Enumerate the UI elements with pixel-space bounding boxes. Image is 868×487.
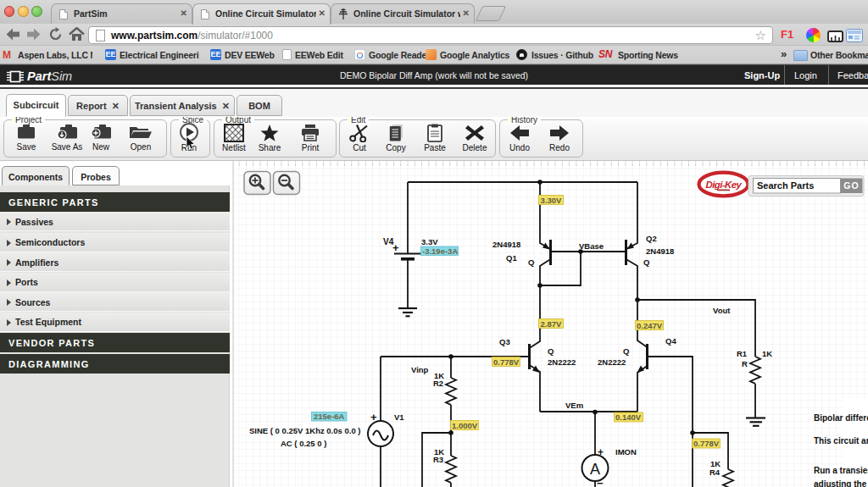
- svg-text:This circuit amplifies: This circuit amplifies: [814, 436, 868, 445]
- svg-text:0.778V: 0.778V: [693, 439, 720, 448]
- svg-text:R3: R3: [433, 455, 443, 464]
- svg-text:Q: Q: [643, 257, 649, 267]
- svg-text:0.778V: 0.778V: [493, 357, 520, 367]
- svg-text:Q: Q: [548, 346, 554, 356]
- svg-text:+: +: [598, 446, 604, 458]
- svg-text:VBase: VBase: [579, 241, 604, 251]
- svg-text:Bipolar differential amp: Bipolar differential amp: [814, 413, 868, 423]
- svg-text:IMON: IMON: [615, 447, 637, 457]
- svg-text:Q: Q: [528, 257, 534, 267]
- svg-text:2N4918: 2N4918: [646, 246, 674, 256]
- svg-text:Q3: Q3: [499, 337, 510, 346]
- svg-text:Search Parts: Search Parts: [757, 180, 814, 191]
- svg-text:1.000V: 1.000V: [452, 421, 478, 430]
- svg-text:R2: R2: [433, 379, 443, 388]
- svg-text:A: A: [590, 461, 600, 478]
- svg-text:2.87V: 2.87V: [541, 319, 562, 329]
- svg-text:Run a transient analysis: Run a transient analysis: [814, 466, 868, 475]
- svg-text:+: +: [392, 241, 399, 254]
- svg-text:Vout: Vout: [713, 306, 731, 315]
- svg-text:3.3V: 3.3V: [421, 237, 438, 246]
- svg-text:2N2222: 2N2222: [548, 357, 576, 367]
- svg-text:R: R: [742, 359, 748, 368]
- svg-text:2N2222: 2N2222: [598, 357, 626, 367]
- svg-text:0.140V: 0.140V: [615, 412, 642, 422]
- svg-text:GO: GO: [843, 180, 859, 191]
- svg-text:adjusting the signal: adjusting the signal: [814, 479, 868, 487]
- svg-text:1K: 1K: [762, 349, 772, 358]
- svg-text:0.247V: 0.247V: [637, 321, 663, 330]
- svg-text:Vinp: Vinp: [411, 365, 429, 374]
- svg-text:VEm: VEm: [565, 401, 583, 410]
- svg-text:R1: R1: [737, 349, 748, 358]
- svg-text:V1: V1: [394, 412, 404, 422]
- svg-text:Digi-Key: Digi-Key: [706, 180, 743, 190]
- svg-text:−: −: [597, 477, 604, 487]
- svg-text:Q1: Q1: [506, 253, 517, 263]
- svg-text:215e-6A: 215e-6A: [314, 412, 345, 421]
- svg-text:3.30V: 3.30V: [541, 196, 562, 205]
- svg-text:R4: R4: [709, 468, 721, 477]
- svg-text:SINE ( 0 0.25V 1Khz 0.0s 0.0 ): SINE ( 0 0.25V 1Khz 0.0s 0.0 ): [249, 426, 360, 435]
- svg-text:Q2: Q2: [646, 234, 657, 243]
- svg-text:2N4918: 2N4918: [492, 240, 520, 249]
- svg-text:Q: Q: [623, 346, 629, 356]
- svg-text:+: +: [370, 411, 377, 423]
- svg-text:AC ( 0.25 0 ): AC ( 0.25 0 ): [281, 439, 326, 448]
- svg-text:-3.19e-3A: -3.19e-3A: [422, 246, 458, 256]
- svg-text:Q4: Q4: [665, 336, 676, 346]
